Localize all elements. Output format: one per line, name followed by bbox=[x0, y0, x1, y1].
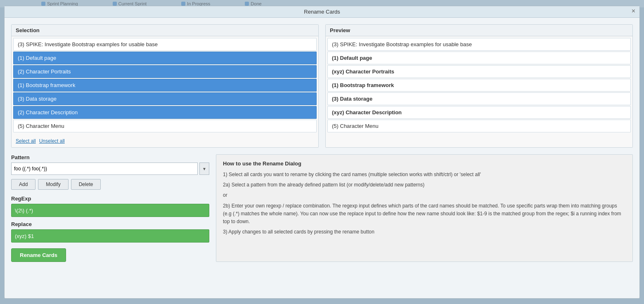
preview-panel: Preview (3) SPIKE: Investigate Bootstrap… bbox=[325, 24, 633, 148]
help-title: How to use the Rename Dialog bbox=[223, 160, 626, 167]
help-step: 2b) Enter your own regexp / replace comb… bbox=[223, 202, 626, 226]
selection-card-item-6[interactable]: (2) Character Description bbox=[13, 106, 317, 119]
replace-label: Replace bbox=[11, 221, 209, 227]
modal-overlay: Rename Cards × Selection (3) SPIKE: Inve… bbox=[0, 0, 644, 304]
help-text: 1) Select all cards you want to rename b… bbox=[223, 171, 626, 236]
pattern-dropdown-arrow[interactable]: ▼ bbox=[199, 163, 209, 175]
left-controls: Pattern foo ((.*) foo(.*)) ▼ Add Modify … bbox=[11, 154, 209, 262]
preview-panel-header: Preview bbox=[326, 25, 632, 36]
selection-panel-header: Selection bbox=[12, 25, 318, 36]
selection-card-item-4[interactable]: (1) Bootstrap framework bbox=[13, 79, 317, 92]
selection-card-item-2[interactable]: (1) Default page bbox=[13, 52, 317, 64]
modal-close-button[interactable]: × bbox=[632, 8, 635, 14]
modify-pattern-button[interactable]: Modify bbox=[38, 179, 68, 190]
preview-card-list: (3) SPIKE: Investigate Bootstrap example… bbox=[327, 38, 631, 132]
select-links: Select all Unselect all bbox=[12, 135, 318, 147]
preview-card-item-1: (3) SPIKE: Investigate Bootstrap example… bbox=[327, 38, 631, 51]
rename-cards-modal: Rename Cards × Selection (3) SPIKE: Inve… bbox=[4, 6, 640, 299]
help-step: 3) Apply changes to all selected cards b… bbox=[223, 228, 626, 236]
add-pattern-button[interactable]: Add bbox=[11, 179, 36, 190]
pattern-label: Pattern bbox=[11, 154, 209, 160]
help-step: or bbox=[223, 191, 626, 199]
regexp-label: RegExp bbox=[11, 196, 209, 202]
action-buttons-row: Add Modify Delete bbox=[11, 179, 209, 190]
top-section: Selection (3) SPIKE: Investigate Bootstr… bbox=[11, 24, 633, 148]
bottom-section: Pattern foo ((.*) foo(.*)) ▼ Add Modify … bbox=[11, 154, 633, 262]
delete-pattern-button[interactable]: Delete bbox=[71, 179, 101, 190]
selection-card-item-3[interactable]: (2) Character Portraits bbox=[13, 65, 317, 78]
selection-panel-body: (3) SPIKE: Investigate Bootstrap example… bbox=[12, 36, 318, 135]
preview-card-item-3: (xyz) Character Portraits bbox=[327, 65, 631, 78]
replace-input[interactable] bbox=[11, 229, 209, 243]
pattern-row: foo ((.*) foo(.*)) ▼ bbox=[11, 163, 209, 175]
selection-card-item-5[interactable]: (3) Data storage bbox=[13, 92, 317, 105]
select-all-button[interactable]: Select all bbox=[16, 138, 36, 144]
preview-card-item-5: (3) Data storage bbox=[327, 92, 631, 105]
modal-body: Selection (3) SPIKE: Investigate Bootstr… bbox=[5, 18, 639, 269]
modal-header: Rename Cards × bbox=[5, 6, 639, 18]
unselect-all-button[interactable]: Unselect all bbox=[39, 138, 65, 144]
help-step: 1) Select all cards you want to rename b… bbox=[223, 171, 626, 179]
rename-cards-button[interactable]: Rename Cards bbox=[11, 248, 66, 262]
preview-card-item-4: (1) Bootstrap framework bbox=[327, 79, 631, 92]
preview-card-item-7: (5) Character Menu bbox=[327, 120, 631, 132]
selection-card-list: (3) SPIKE: Investigate Bootstrap example… bbox=[13, 38, 317, 132]
selection-card-item-1[interactable]: (3) SPIKE: Investigate Bootstrap example… bbox=[13, 38, 317, 51]
preview-card-item-2: (1) Default page bbox=[327, 52, 631, 64]
pattern-select[interactable]: foo ((.*) foo(.*)) bbox=[11, 163, 198, 175]
modal-title: Rename Cards bbox=[304, 9, 340, 15]
regexp-input[interactable] bbox=[11, 204, 209, 217]
help-step: 2a) Select a pattern from the already de… bbox=[223, 181, 626, 189]
preview-panel-body: (3) SPIKE: Investigate Bootstrap example… bbox=[326, 36, 632, 135]
selection-panel: Selection (3) SPIKE: Investigate Bootstr… bbox=[11, 24, 319, 148]
selection-card-item-7[interactable]: (5) Character Menu bbox=[13, 120, 317, 132]
help-panel: How to use the Rename Dialog 1) Select a… bbox=[216, 154, 633, 262]
preview-card-item-6: (xyz) Character Description bbox=[327, 106, 631, 119]
